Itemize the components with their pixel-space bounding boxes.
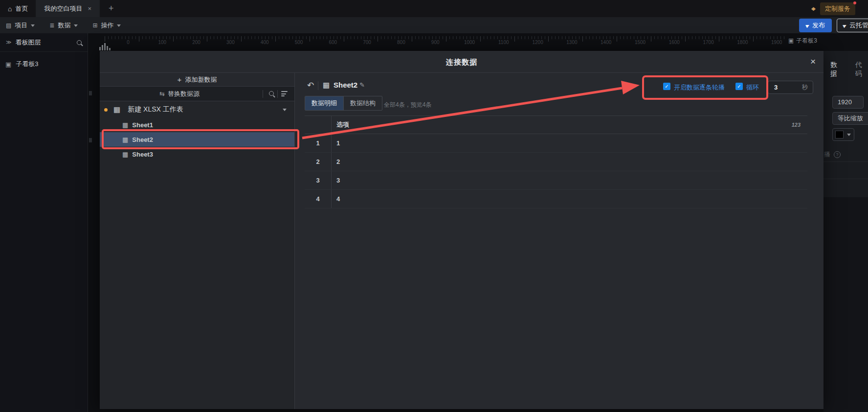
tab-current-project[interactable]: 我的空白项目 × (36, 0, 100, 17)
menu-bar: ▤ 项目 ≣ 数据 ⊞ 操作 ▶ 发布 ▶ 云托管 (0, 17, 868, 33)
ruler-label: 900 (431, 40, 440, 45)
sheet-item-sheet3[interactable]: ▦Sheet3 (100, 147, 294, 161)
back-icon[interactable]: ↶ (307, 80, 314, 91)
interval-unit: 秒 (802, 83, 813, 92)
board-icon: ▣ (5, 61, 11, 68)
filter-icon[interactable] (281, 91, 288, 96)
close-tab-icon[interactable]: × (88, 5, 91, 12)
swap-icon: ⇆ (159, 90, 165, 97)
loop-label[interactable]: 循环 (746, 83, 759, 92)
sheet-item-sheet2[interactable]: ▦Sheet2 (100, 132, 294, 147)
width-input[interactable]: 1920 (832, 96, 864, 109)
divider (277, 90, 278, 98)
board-label-text: 子看板3 (796, 37, 817, 45)
tab-home[interactable]: ⌂ 首页 (0, 0, 36, 17)
table-icon: ▦ (113, 105, 120, 114)
column-header: 选项 (332, 120, 349, 129)
publish-button[interactable]: ▶ 发布 (799, 19, 832, 32)
loop-checkbox[interactable]: ✓ (735, 83, 743, 90)
menu-project-label: 项目 (15, 21, 27, 30)
chevron-down-icon (74, 24, 78, 29)
paper-plane-icon: ▶ (842, 22, 847, 28)
ruler-label: 1600 (669, 40, 680, 45)
sheet-name: Sheet2 (334, 81, 357, 89)
layer-sidebar: ≫ 看板图层 ▣ 子看板3 (0, 33, 88, 412)
row-index: 4 (305, 190, 332, 208)
cloud-host-button[interactable]: ▶ 云托管 (837, 19, 868, 32)
search-icon[interactable] (269, 91, 274, 96)
canvas-board-label[interactable]: ▣ 子看板3 (788, 36, 817, 45)
row-index: 2 (305, 153, 332, 171)
tab-data[interactable]: 数据 (830, 61, 844, 78)
app-root: ⌂ 首页 我的空白项目 × + ◆ 定制服务 ▤ 项目 ≣ 数据 ⊞ 操作 (0, 0, 868, 412)
background-color-picker[interactable] (832, 128, 854, 141)
detail-header: ↶ ▦ Sheet2 ✎ (295, 79, 823, 94)
sheet-list: ▦Sheet1▦Sheet2▦Sheet3 (100, 117, 294, 161)
help-icon[interactable]: ? (834, 151, 841, 158)
publish-label: 发布 (812, 21, 825, 30)
replace-datasource-button[interactable]: ⇆替换数据源 (100, 90, 259, 98)
property-panel-tabs: 数据 代码 (823, 51, 868, 78)
row-value: 4 (332, 190, 340, 208)
ruler-label: 700 (363, 40, 371, 45)
sheet-item-sheet1[interactable]: ▦Sheet1 (100, 117, 294, 132)
modal-body: + 添加新数据 ⇆替换数据源 ▦ 新建 X (100, 73, 823, 409)
detail-tabs: 数据明细 数据结构 (305, 96, 382, 111)
numeric-type-icon: 123 (792, 122, 801, 128)
chevron-down-icon (283, 109, 287, 113)
modal-title: 连接数据 (100, 51, 823, 73)
row-index: 3 (305, 171, 332, 189)
datasource-panel: + 添加新数据 ⇆替换数据源 ▦ 新建 X (100, 73, 295, 409)
custom-service-badge[interactable]: 定制服务 (820, 2, 855, 15)
table-row: 44 (305, 190, 807, 208)
menu-operate[interactable]: ⊞ 操作 (92, 21, 121, 30)
carousel-label[interactable]: 开启数据逐条轮播 (674, 83, 725, 92)
home-icon: ⌂ (8, 5, 12, 13)
interval-input[interactable]: 3 秒 (768, 81, 813, 94)
modal-close-icon[interactable]: × (810, 56, 816, 67)
menu-operate-label: 操作 (101, 21, 113, 30)
search-icon[interactable] (77, 40, 82, 45)
datasource-tree-header[interactable]: ▦ 新建 XLSX 工作表 (100, 102, 294, 117)
divider (318, 81, 318, 90)
ruler-label: 500 (295, 40, 303, 45)
new-tab-button[interactable]: + (109, 3, 114, 14)
replace-datasource-row: ⇆替换数据源 (100, 87, 294, 101)
row-count-summary: 全部4条，预览4条 (384, 101, 431, 109)
canvas-fragment (89, 138, 92, 142)
divider (263, 90, 263, 98)
carousel-checkbox[interactable]: ✓ (663, 83, 670, 90)
paper-plane-icon: ▶ (805, 22, 810, 28)
plus-icon: + (178, 75, 182, 84)
partial-setting-label: 播 ? (824, 150, 841, 159)
menu-data[interactable]: ≣ 数据 (49, 21, 78, 30)
connect-data-modal: 连接数据 × + 添加新数据 ⇆替换数据源 (100, 51, 823, 409)
ruler-label: 1500 (635, 40, 645, 45)
tab-data-detail[interactable]: 数据明细 (305, 96, 343, 110)
color-chip (835, 131, 844, 138)
add-data-label: 添加新数据 (185, 75, 217, 84)
table-row: 22 (305, 153, 807, 171)
tab-code[interactable]: 代码 (855, 61, 868, 78)
ruler-label: 400 (261, 40, 269, 45)
table-icon: ▦ (323, 81, 330, 90)
menu-data-label: 数据 (58, 21, 70, 30)
ruler-label: 100 (158, 40, 166, 45)
board-icon: ▣ (788, 37, 794, 44)
database-icon: ≣ (49, 22, 54, 29)
project-icon: ▤ (6, 22, 11, 29)
index-column-header (305, 116, 332, 134)
edit-icon[interactable]: ✎ (359, 81, 365, 89)
tab-data-structure[interactable]: 数据结构 (343, 96, 382, 110)
collapse-icon[interactable]: ≫ (6, 39, 12, 46)
chevron-down-icon (847, 134, 851, 138)
menu-project[interactable]: ▤ 项目 (6, 21, 35, 30)
table-icon: ▦ (122, 121, 128, 129)
scale-mode-select[interactable]: 等比缩放 （ (832, 112, 868, 125)
add-data-button[interactable]: + 添加新数据 (100, 73, 294, 87)
sidebar-item-subboard[interactable]: ▣ 子看板3 (0, 56, 88, 72)
table-row: 11 (305, 134, 807, 153)
bar-chart-icon (99, 43, 111, 50)
data-detail-panel: ↶ ▦ Sheet2 ✎ 数据明细 数据结构 全部4条，预览4条 ✓ 开启数据逐… (295, 73, 823, 409)
partial-text: 播 (824, 150, 830, 159)
